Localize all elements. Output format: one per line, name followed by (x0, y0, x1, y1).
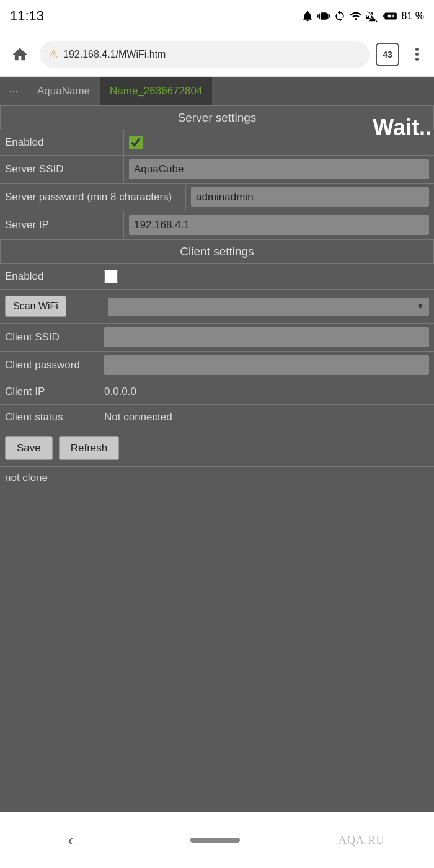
client-password-value (99, 352, 434, 379)
back-button[interactable]: ‹ (49, 825, 92, 856)
server-ssid-label: Server SSID (0, 156, 124, 183)
client-status-value: Not connected (99, 405, 434, 430)
wifi-icon (350, 10, 362, 22)
client-ip-text: 0.0.0.0 (104, 383, 136, 401)
tab-more-icon: ··· (9, 85, 18, 98)
tab-count[interactable]: 43 (376, 43, 399, 66)
browser-bar: ⚠ 192.168.4.1/MWiFi.htm 43 (0, 32, 434, 77)
main-content: Server settings Enabled Server SSID Serv… (0, 105, 434, 489)
client-ssid-label: Client SSID (0, 324, 99, 351)
server-settings-section: Server settings Enabled Server SSID Serv… (0, 105, 434, 239)
scan-wifi-button[interactable]: Scan WiFi (5, 296, 66, 317)
tab-more-button[interactable]: ··· (0, 77, 27, 105)
client-ssid-input[interactable] (104, 327, 429, 347)
server-ssid-input[interactable] (129, 159, 429, 179)
tab-bar: ··· AquaName Name_2636672804 (0, 77, 434, 105)
client-status-row: Client status Not connected (0, 405, 434, 430)
client-enabled-value (99, 264, 434, 289)
server-ip-value (124, 211, 434, 239)
server-enabled-row: Enabled (0, 130, 434, 156)
url-text: 192.168.4.1/MWiFi.htm (63, 49, 361, 60)
scan-wifi-dropdown-cell: ▼ (99, 290, 434, 323)
save-button[interactable]: Save (5, 436, 53, 460)
watermark-text: AQA.RU (339, 834, 385, 847)
battery-percent: 81 % (402, 11, 424, 22)
client-enabled-row: Enabled (0, 264, 434, 290)
refresh-button[interactable]: Refresh (59, 436, 120, 460)
action-buttons-row: Save Refresh (0, 430, 434, 467)
client-settings-section: Client settings Enabled Scan WiFi ▼ Cl (0, 239, 434, 430)
alarm-icon (301, 10, 314, 22)
bottom-nav: ‹ AQA.RU (0, 812, 434, 868)
client-status-text: Not connected (104, 409, 172, 426)
tab-aquaname-label: AquaName (37, 85, 90, 97)
status-time: 11:13 (10, 8, 44, 24)
server-enabled-label: Enabled (0, 130, 124, 155)
scan-wifi-cell: Scan WiFi (0, 290, 99, 323)
not-clone-text: not clone (0, 467, 434, 489)
wait-overlay-text: Wait.. (373, 115, 432, 141)
client-settings-header: Client settings (0, 239, 434, 264)
signal-icon (366, 10, 378, 22)
dot2 (415, 53, 418, 56)
client-ssid-value (99, 324, 434, 351)
server-enabled-checkbox[interactable] (129, 136, 143, 149)
server-password-value (186, 184, 434, 211)
client-ip-value: 0.0.0.0 (99, 379, 434, 404)
client-status-label: Client status (0, 405, 99, 430)
warning-icon: ⚠ (48, 48, 58, 61)
client-password-input[interactable] (104, 355, 429, 375)
tab-aquaname[interactable]: AquaName (27, 77, 100, 105)
server-ip-row: Server IP (0, 211, 434, 239)
wifi-dropdown-wrapper: ▼ (108, 298, 429, 316)
client-ip-label: Client IP (0, 379, 99, 404)
client-password-label: Client password (0, 352, 99, 379)
status-bar: 11:13 81 % (0, 0, 434, 32)
home-pill[interactable] (190, 838, 240, 843)
server-ssid-row: Server SSID (0, 156, 434, 184)
wifi-dropdown[interactable] (108, 298, 429, 316)
server-password-label: Server password (min 8 characters) (0, 184, 186, 211)
client-ssid-row: Client SSID (0, 324, 434, 352)
server-password-input[interactable] (191, 187, 429, 207)
server-settings-header: Server settings (0, 105, 434, 130)
home-button[interactable] (6, 41, 33, 68)
vibrate-icon (317, 10, 330, 22)
more-button[interactable] (405, 43, 428, 66)
client-enabled-label: Enabled (0, 264, 99, 289)
tab-name2636[interactable]: Name_2636672804 (100, 77, 212, 105)
client-password-row: Client password (0, 352, 434, 379)
client-ip-row: Client IP 0.0.0.0 (0, 379, 434, 405)
client-enabled-checkbox[interactable] (104, 270, 118, 283)
sync-icon (334, 10, 346, 22)
dot1 (415, 48, 418, 51)
server-password-row: Server password (min 8 characters) (0, 184, 434, 211)
url-bar[interactable]: ⚠ 192.168.4.1/MWiFi.htm (40, 41, 370, 68)
server-ip-label: Server IP (0, 211, 124, 239)
status-icons: 81 % (301, 8, 424, 24)
dot3 (415, 58, 418, 61)
tab-name2636-label: Name_2636672804 (110, 85, 202, 97)
server-ip-input[interactable] (129, 215, 429, 235)
server-ssid-value (124, 156, 434, 183)
battery-icon (382, 8, 398, 24)
scan-wifi-row: Scan WiFi ▼ (0, 290, 434, 324)
